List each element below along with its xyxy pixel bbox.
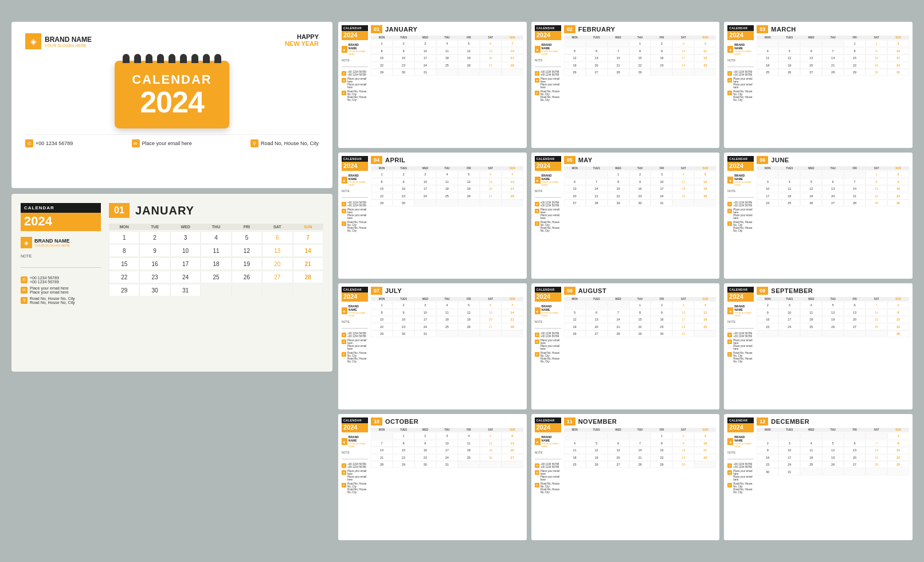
brand-icon-cover: ◈ <box>25 33 41 49</box>
jan-brand-icon: ◈ <box>21 237 32 248</box>
jan-month-header: 01 JANUARY <box>109 203 323 218</box>
mc-left-jan: CALENDAR 2024 ◈ BRAND NAMEYOUR SLOGAN HE… <box>342 25 368 145</box>
day-empty4 <box>293 284 323 296</box>
day-20: 20 <box>262 257 292 270</box>
jan-email2: Place your email here <box>30 290 69 294</box>
month-card-feb: CALENDAR 2024 ◈BRAND NAMEYOUR SLOGAN HER… <box>531 22 720 148</box>
day-13: 13 <box>262 244 292 257</box>
jan-year-box: 2024 <box>21 213 101 231</box>
brand-name: BRAND NAME <box>45 36 92 44</box>
day-17: 17 <box>170 257 201 270</box>
january-detail-page: CALENDAR 2024 ◈ BRAND NAME YOUR SLOGAN H… <box>11 194 332 372</box>
ring <box>214 54 221 63</box>
day-22: 22 <box>109 271 139 283</box>
hdr-sat: SAT <box>262 224 292 230</box>
mc-right-jan: 01 JANUARY MONTUESWEDTHUFRISATSUN 123456… <box>371 25 523 145</box>
jan-email1: Place your email here <box>30 286 69 290</box>
calendar-flip-body: CALENDAR 2024 <box>115 61 229 128</box>
address-icon: ⚲ <box>250 139 259 147</box>
cover-email: ✉ Place your email here <box>132 139 192 147</box>
month-card-jun: CALENDAR 2024 ◈BRAND NAMEYOUR SLOGAN HER… <box>724 153 913 279</box>
jan-week5: 29 30 31 <box>109 284 323 296</box>
ring <box>146 54 152 63</box>
cover-phone-text: +00 1234 56789 <box>36 140 73 146</box>
day-24: 24 <box>170 271 201 283</box>
day-28: 28 <box>293 271 323 283</box>
cover-page: ◈ BRAND NAME YOUR SLOGAN HERE HAPPY NEW … <box>11 22 332 188</box>
day-empty1 <box>201 284 231 296</box>
hdr-tue: TUE <box>139 224 170 230</box>
day-30: 30 <box>139 284 170 296</box>
jan-month-num: 01 <box>109 203 130 218</box>
day-3: 3 <box>170 231 201 244</box>
month-card-dec: CALENDAR 2024 ◈BRAND NAMEYOUR SLOGAN HER… <box>724 414 913 540</box>
month-card-aug: CALENDAR 2024 ◈BRAND NAMEYOUR SLOGAN HER… <box>531 283 720 409</box>
jan-note-line <box>21 267 101 268</box>
day-12: 12 <box>232 244 262 257</box>
ring <box>134 54 141 63</box>
cover-phone: ✆ +00 1234 56789 <box>25 139 73 147</box>
day-5: 5 <box>232 231 262 244</box>
day-empty3 <box>262 284 292 296</box>
jan-phone-row: ✆ +00 1234 56789 +00 1234 56789 <box>21 276 101 284</box>
jan-right: 01 JANUARY MON TUE WED THU FRI SAT SUN <box>109 203 323 362</box>
day-14: 14 <box>293 244 323 257</box>
mc-year-jan: 2024 <box>342 31 368 40</box>
jan-week3: 15 16 17 18 19 20 21 <box>109 257 323 270</box>
jan-addr2: Road No, House No, City <box>30 300 75 305</box>
jan-addr-text: Road No, House No, City Road No, House N… <box>30 296 75 305</box>
cover-address: ⚲ Road No, House No, City <box>250 139 319 147</box>
day-27: 27 <box>262 271 292 283</box>
day-11: 11 <box>201 244 231 257</box>
day-10: 10 <box>170 244 201 257</box>
jan-brand: ◈ BRAND NAME YOUR SLOGAN HERE <box>21 237 101 248</box>
left-panel: ◈ BRAND NAME YOUR SLOGAN HERE HAPPY NEW … <box>11 22 332 540</box>
new-year-text: NEW YEAR <box>285 40 319 47</box>
day-4: 4 <box>201 231 231 244</box>
hdr-fri: FRI <box>232 224 262 230</box>
day-26: 26 <box>232 271 262 283</box>
email-icon: ✉ <box>132 139 140 147</box>
jan-note-label: NOTE <box>21 254 101 258</box>
cover-email-text: Place your email here <box>142 140 192 146</box>
month-card-jul: CALENDAR 2024 ◈BRAND NAMEYOUR SLOGAN HER… <box>338 283 527 409</box>
day-8: 8 <box>109 244 139 257</box>
calendar-icon-area: CALENDAR 2024 <box>25 54 319 128</box>
day-29: 29 <box>109 284 139 296</box>
jan-week1: 1 2 3 4 5 6 7 <box>109 231 323 244</box>
ring <box>180 54 187 63</box>
day-16: 16 <box>139 257 170 270</box>
day-15: 15 <box>109 257 139 270</box>
cover-footer: ✆ +00 1234 56789 ✉ Place your email here… <box>25 134 319 147</box>
main-container: ◈ BRAND NAME YOUR SLOGAN HERE HAPPY NEW … <box>11 22 913 540</box>
ring <box>157 54 164 63</box>
day-empty2 <box>232 284 262 296</box>
month-card-sep: CALENDAR 2024 ◈BRAND NAMEYOUR SLOGAN HER… <box>724 283 913 409</box>
day-18: 18 <box>201 257 231 270</box>
hdr-thu: THU <box>201 224 231 230</box>
calendar-flip-rings <box>115 54 229 63</box>
day-23: 23 <box>139 271 170 283</box>
jan-addr-icon: ⚲ <box>21 297 28 304</box>
happy-new-year: HAPPY NEW YEAR <box>285 33 319 47</box>
jan-phone-text: +00 1234 56789 +00 1234 56789 <box>30 276 59 284</box>
jan-header-row: MON TUE WED THU FRI SAT SUN <box>109 224 323 230</box>
happy-text: HAPPY <box>285 33 319 40</box>
calendar-flip: CALENDAR 2024 <box>115 54 229 128</box>
day-25: 25 <box>201 271 231 283</box>
phone-icon: ✆ <box>25 139 33 147</box>
month-card-apr: CALENDAR 2024 ◈BRAND NAMEYOUR SLOGAN HER… <box>338 153 527 279</box>
jan-month-name: JANUARY <box>135 204 194 217</box>
brand-slogan: YOUR SLOGAN HERE <box>45 44 92 48</box>
jan-week4: 22 23 24 25 26 27 28 <box>109 271 323 283</box>
month-card-jan: CALENDAR 2024 ◈ BRAND NAMEYOUR SLOGAN HE… <box>338 22 527 148</box>
jan-addr1: Road No, House No, City <box>30 296 75 300</box>
jan-calendar-grid: MON TUE WED THU FRI SAT SUN 1 2 3 4 <box>109 224 323 296</box>
jan-phone1: +00 1234 56789 <box>30 276 59 280</box>
jan-week2: 8 9 10 11 12 13 14 <box>109 244 323 257</box>
day-1: 1 <box>109 231 139 244</box>
brand-logo-cover: ◈ BRAND NAME YOUR SLOGAN HERE <box>25 33 92 49</box>
day-6: 6 <box>262 231 292 244</box>
ring <box>191 54 198 63</box>
ring <box>203 54 210 63</box>
